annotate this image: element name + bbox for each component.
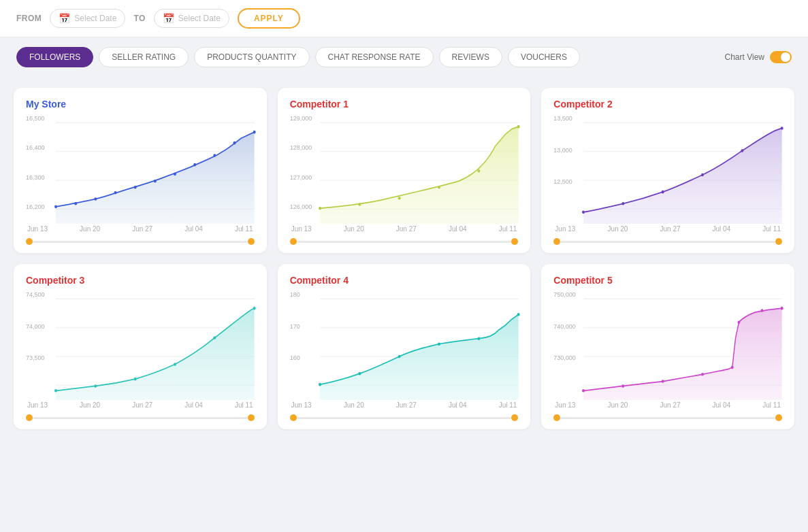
range-bar-competitor-2 <box>560 241 775 243</box>
y-axis-competitor-3: 74,500 74,000 73,500 <box>26 291 54 386</box>
svg-point-11 <box>193 163 196 167</box>
top-bar: FROM 📅 Select Date TO 📅 Select Date APPL… <box>0 0 808 37</box>
svg-point-64 <box>738 320 741 324</box>
apply-button[interactable]: APPLY <box>238 8 300 29</box>
svg-point-22 <box>438 186 440 189</box>
range-dot-right-competitor-5[interactable] <box>775 414 782 421</box>
x-labels-competitor-4: Jun 13 Jun 20 Jun 27 Jul 04 Jul 11 <box>290 401 519 409</box>
chart-card-my-store: My Store 16,500 16,400 16,300 16,200 <box>14 88 267 253</box>
svg-point-31 <box>662 190 664 194</box>
range-dot-left-competitor-2[interactable] <box>553 238 560 245</box>
from-label: FROM <box>16 14 42 23</box>
range-dot-left-competitor-4[interactable] <box>290 414 297 421</box>
tab-reviews[interactable]: REVIEWS <box>439 47 502 67</box>
svg-point-53 <box>477 337 480 340</box>
chart-footer-competitor-5 <box>553 414 782 421</box>
range-bar-competitor-4 <box>297 417 512 419</box>
tab-seller-rating[interactable]: SELLER RATING <box>99 47 189 67</box>
svg-point-42 <box>174 363 176 366</box>
from-date-input[interactable]: 📅 Select Date <box>50 9 125 28</box>
range-dot-left-my-store[interactable] <box>26 238 33 245</box>
svg-point-44 <box>253 307 256 310</box>
svg-point-50 <box>358 372 361 376</box>
range-dot-right-competitor-2[interactable] <box>775 238 782 245</box>
svg-point-63 <box>731 366 734 369</box>
chart-card-competitor-2: Competitor 2 13,500 13,000 12,500 <box>541 88 794 253</box>
svg-point-33 <box>741 149 744 152</box>
range-dot-left-competitor-5[interactable] <box>553 414 560 421</box>
chart-area-competitor-1: 129,000 128,000 127,000 126,000 <box>290 115 519 224</box>
y-axis-competitor-2: 13,500 13,000 12,500 <box>553 115 582 210</box>
svg-point-29 <box>582 211 585 214</box>
tab-chat-response-rate[interactable]: CHAT RESPONSE RATE <box>315 47 434 67</box>
chart-card-competitor-1: Competitor 1 129,000 128,000 127,000 126… <box>278 88 531 253</box>
svg-point-30 <box>622 202 625 205</box>
chart-view-label: Chart View <box>725 52 764 62</box>
to-date-placeholder: Select Date <box>178 14 221 23</box>
tab-vouchers[interactable]: VOUCHERS <box>508 47 580 67</box>
chart-footer-my-store <box>26 238 255 245</box>
chart-title-competitor-3: Competitor 3 <box>26 275 255 286</box>
x-labels-my-store: Jun 13 Jun 20 Jun 27 Jul 04 Jul 11 <box>26 225 255 233</box>
svg-point-9 <box>154 180 157 183</box>
chart-area-competitor-5: 750,000 740,000 730,000 <box>553 291 782 400</box>
svg-point-20 <box>358 203 361 206</box>
svg-point-43 <box>213 336 216 339</box>
svg-point-7 <box>114 191 117 195</box>
chart-title-competitor-2: Competitor 2 <box>553 99 782 110</box>
svg-point-23 <box>477 169 480 173</box>
svg-point-10 <box>174 173 176 176</box>
tab-followers[interactable]: FOLLOWERS <box>16 47 93 67</box>
range-dot-right-competitor-1[interactable] <box>511 238 518 245</box>
to-date-input[interactable]: 📅 Select Date <box>154 9 229 28</box>
svg-point-51 <box>398 355 400 359</box>
svg-point-39 <box>54 389 57 393</box>
tabs-bar: FOLLOWERS SELLER RATING PRODUCTS QUANTIT… <box>0 37 808 77</box>
range-dot-right-competitor-4[interactable] <box>511 414 518 421</box>
y-axis-my-store: 16,500 16,400 16,300 16,200 <box>26 115 54 210</box>
chart-area-my-store: 16,500 16,400 16,300 16,200 <box>26 115 255 224</box>
svg-point-60 <box>622 384 625 388</box>
tab-products-quantity[interactable]: PRODUCTS QUANTITY <box>194 47 309 67</box>
chart-footer-competitor-2 <box>553 238 782 245</box>
svg-point-14 <box>253 131 256 134</box>
chart-view-toggle[interactable]: Chart View <box>725 51 792 63</box>
chart-title-competitor-1: Competitor 1 <box>290 99 519 110</box>
range-dot-left-competitor-3[interactable] <box>26 414 33 421</box>
chart-inner-competitor-2 <box>583 115 782 224</box>
chart-title-competitor-5: Competitor 5 <box>553 275 782 286</box>
chart-footer-competitor-4 <box>290 414 519 421</box>
chart-area-competitor-4: 180 170 160 <box>290 291 519 400</box>
svg-point-8 <box>134 186 137 189</box>
chart-title-my-store: My Store <box>26 99 255 110</box>
range-bar-competitor-1 <box>297 241 512 243</box>
chart-area-competitor-3: 74,500 74,000 73,500 <box>26 291 255 400</box>
svg-point-24 <box>517 125 519 129</box>
range-dot-right-competitor-3[interactable] <box>248 414 255 421</box>
svg-point-12 <box>213 154 216 157</box>
chart-inner-competitor-1 <box>320 115 519 224</box>
chart-card-competitor-3: Competitor 3 74,500 74,000 73,500 <box>14 264 267 429</box>
chart-view-toggle-dot[interactable] <box>770 51 792 63</box>
range-dot-right-my-store[interactable] <box>248 238 255 245</box>
svg-point-66 <box>781 307 783 310</box>
y-axis-competitor-1: 129,000 128,000 127,000 126,000 <box>290 115 319 210</box>
range-dot-left-competitor-1[interactable] <box>290 238 297 245</box>
chart-footer-competitor-3 <box>26 414 255 421</box>
svg-point-61 <box>662 380 664 383</box>
range-bar-competitor-5 <box>560 417 775 419</box>
chart-card-competitor-5: Competitor 5 750,000 740,000 730,000 <box>541 264 794 429</box>
svg-point-5 <box>74 202 77 205</box>
x-labels-competitor-1: Jun 13 Jun 20 Jun 27 Jul 04 Jul 11 <box>290 225 519 233</box>
svg-point-59 <box>582 389 585 393</box>
chart-inner-competitor-5 <box>583 291 782 400</box>
y-axis-competitor-4: 180 170 160 <box>290 291 319 386</box>
chart-area-competitor-2: 13,500 13,000 12,500 <box>553 115 782 224</box>
range-bar-my-store <box>33 241 248 243</box>
chart-card-competitor-4: Competitor 4 180 170 160 <box>278 264 531 429</box>
svg-point-54 <box>517 313 519 316</box>
svg-point-32 <box>701 173 704 177</box>
charts-grid: My Store 16,500 16,400 16,300 16,200 <box>0 77 808 440</box>
range-bar-competitor-3 <box>33 417 248 419</box>
chart-inner-competitor-4 <box>320 291 519 400</box>
